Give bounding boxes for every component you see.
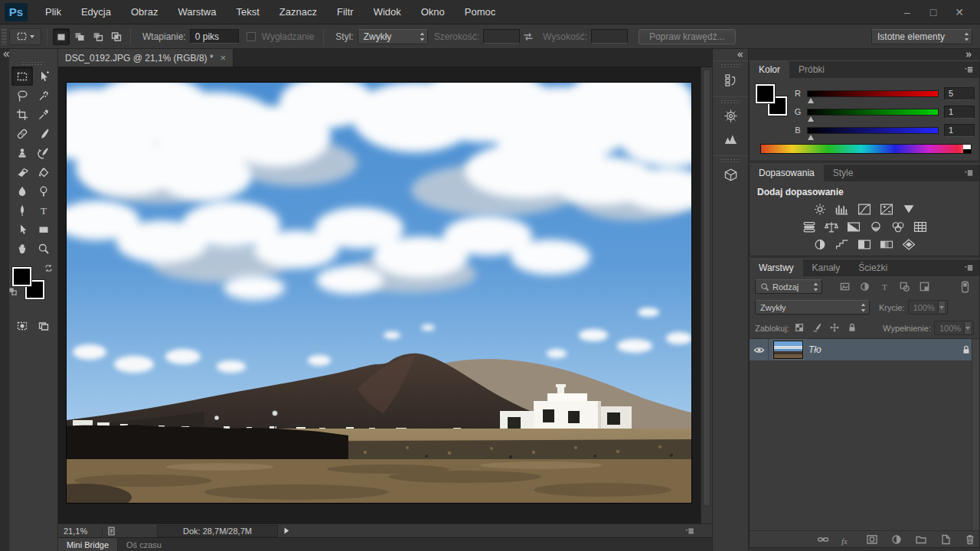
- bottom-tab-oś-czasu[interactable]: Oś czasu: [118, 538, 170, 551]
- magic-wand-tool[interactable]: [33, 86, 54, 105]
- menu-widok[interactable]: Widok: [364, 0, 411, 24]
- layers-scrollbar[interactable]: [972, 339, 979, 530]
- tab-kanały[interactable]: Kanały: [803, 259, 850, 276]
- blend-mode-dropdown[interactable]: Zwykły: [755, 300, 870, 315]
- threshold-adjustment-icon[interactable]: [856, 238, 873, 251]
- trash-button[interactable]: [964, 533, 978, 546]
- paint-bucket-tool[interactable]: [33, 162, 54, 181]
- mode-sub-button[interactable]: [90, 28, 106, 45]
- posterize-adjustment-icon[interactable]: [834, 238, 851, 251]
- channel-value-g[interactable]: 1: [944, 106, 975, 119]
- quick-mask-button[interactable]: [11, 316, 33, 335]
- workspace-dropdown[interactable]: Istotne elementy: [871, 29, 972, 44]
- feather-input[interactable]: 0 piks: [190, 29, 239, 44]
- tab-dopasowania[interactable]: Dopasowania: [750, 165, 824, 181]
- eyedropper-tool[interactable]: [33, 105, 54, 124]
- mode-new-button[interactable]: [53, 28, 70, 45]
- channel-slider-g[interactable]: [807, 109, 939, 116]
- gradientmap-adjustment-icon[interactable]: [878, 238, 895, 251]
- filter-adjust-icon[interactable]: [856, 280, 874, 294]
- opacity-dropdown[interactable]: 100%: [908, 300, 948, 315]
- clone-stamp-tool[interactable]: [11, 143, 33, 162]
- menu-warstwa[interactable]: Warstwa: [168, 0, 226, 24]
- mixer-adjustment-icon[interactable]: [890, 220, 906, 233]
- default-colors-icon[interactable]: [8, 287, 18, 296]
- screen-mode-button[interactable]: [33, 316, 54, 335]
- menu-plik[interactable]: Plik: [35, 0, 71, 24]
- maximize-button[interactable]: □: [920, 6, 946, 18]
- menu-tekst[interactable]: Tekst: [226, 0, 269, 24]
- eraser-tool[interactable]: [11, 162, 33, 181]
- zoom-level-field[interactable]: 21,1%: [58, 527, 103, 536]
- folder-button[interactable]: [915, 533, 929, 546]
- path-selection-tool[interactable]: [11, 220, 33, 239]
- filter-smart-icon[interactable]: [916, 280, 933, 294]
- invert-adjustment-icon[interactable]: [812, 238, 828, 251]
- collapse-tools-icon[interactable]: [1, 50, 11, 59]
- channel-value-b[interactable]: 1: [944, 124, 975, 137]
- slider-thumb[interactable]: [808, 116, 814, 122]
- layer-row-tło[interactable]: Tło: [750, 339, 979, 360]
- history-panel-icon[interactable]: [717, 70, 743, 90]
- tab-próbki[interactable]: Próbki: [789, 61, 834, 78]
- channel-slider-r[interactable]: [807, 90, 939, 97]
- healing-brush-tool[interactable]: [11, 124, 33, 143]
- swap-colors-icon[interactable]: [43, 262, 54, 274]
- dodge-tool[interactable]: [33, 181, 54, 201]
- tab-warstwy[interactable]: Warstwy: [750, 259, 803, 276]
- menu-pomoc[interactable]: Pomoc: [455, 0, 505, 24]
- lock-transparent-icon[interactable]: [794, 322, 808, 334]
- photofilter-adjustment-icon[interactable]: [867, 220, 884, 233]
- foreground-color-swatch[interactable]: [756, 84, 775, 103]
- lasso-tool[interactable]: [11, 86, 33, 105]
- tab-kolor[interactable]: Kolor: [750, 61, 789, 78]
- menu-edycja[interactable]: Edycja: [71, 0, 121, 24]
- zoom-tool[interactable]: [33, 239, 54, 258]
- layer-visibility-toggle[interactable]: [750, 339, 769, 360]
- menu-filtr[interactable]: Filtr: [327, 0, 364, 24]
- crop-tool[interactable]: [11, 105, 33, 124]
- hue-adjustment-icon[interactable]: [801, 220, 818, 233]
- minimize-button[interactable]: –: [894, 6, 920, 18]
- histogram-panel-icon[interactable]: [717, 129, 743, 149]
- panel-menu-icon[interactable]: [962, 263, 975, 272]
- mode-add-button[interactable]: [71, 28, 88, 45]
- vibrance-adjustment-icon[interactable]: [900, 203, 917, 216]
- channel-value-r[interactable]: 5: [944, 87, 975, 100]
- status-menu-icon[interactable]: [684, 527, 695, 536]
- canvas[interactable]: [58, 67, 712, 523]
- channel-slider-b[interactable]: [807, 127, 939, 134]
- vertical-scrollbar[interactable]: [701, 67, 712, 523]
- tool-preset-dropdown[interactable]: [9, 28, 41, 45]
- balance-adjustment-icon[interactable]: [823, 220, 840, 233]
- refine-edge-button[interactable]: Popraw krawędź...: [639, 29, 736, 44]
- link-button[interactable]: [817, 533, 831, 546]
- filter-shape-icon[interactable]: [896, 280, 913, 294]
- newlayer-button[interactable]: [939, 533, 954, 546]
- height-input[interactable]: [591, 29, 628, 44]
- swap-dimensions-icon[interactable]: [521, 30, 535, 44]
- threed-panel-icon[interactable]: [717, 165, 743, 185]
- type-tool[interactable]: T: [33, 201, 54, 220]
- fill-dropdown[interactable]: 100%: [934, 321, 974, 335]
- navigator-panel-icon[interactable]: [717, 106, 743, 126]
- levels-adjustment-icon[interactable]: [834, 203, 851, 216]
- menu-okno[interactable]: Okno: [411, 0, 455, 24]
- bottom-tab-mini-bridge[interactable]: Mini Bridge: [58, 538, 118, 551]
- selective-adjustment-icon[interactable]: [900, 238, 917, 251]
- blur-tool[interactable]: [11, 181, 33, 201]
- fx-button[interactable]: fx: [841, 533, 856, 546]
- move-tool[interactable]: [33, 67, 54, 86]
- close-document-icon[interactable]: ×: [220, 52, 227, 64]
- brush-tool[interactable]: [33, 124, 54, 143]
- history-brush-tool[interactable]: [33, 143, 54, 162]
- curves-adjustment-icon[interactable]: [856, 203, 873, 216]
- layer-thumbnail[interactable]: [773, 341, 803, 359]
- layer-filter-dropdown[interactable]: Rodzaj: [755, 279, 822, 294]
- panel-menu-icon[interactable]: [962, 168, 975, 178]
- panel-menu-icon[interactable]: [962, 65, 975, 74]
- foreground-color-swatch[interactable]: [12, 267, 31, 286]
- width-input[interactable]: [483, 29, 520, 44]
- adjust-button[interactable]: [890, 533, 905, 546]
- tab-ścieżki[interactable]: Ścieżki: [849, 259, 897, 276]
